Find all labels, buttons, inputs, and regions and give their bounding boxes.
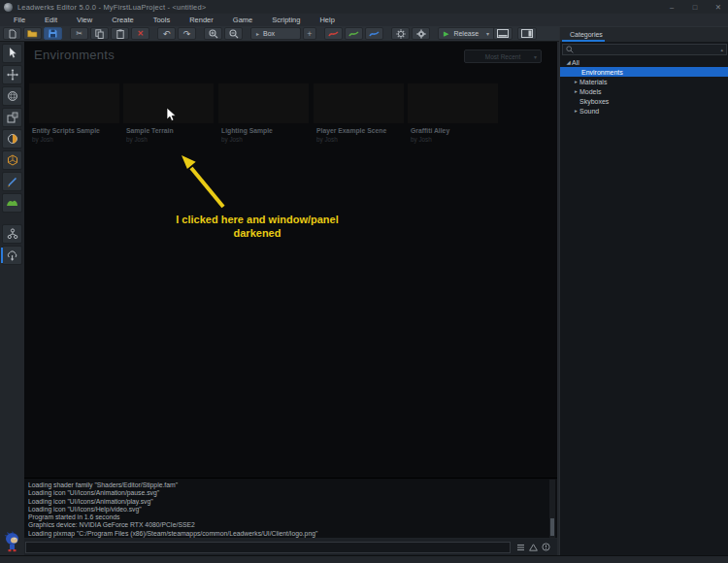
- console-scrollbar-thumb[interactable]: [550, 518, 554, 536]
- tab-active-underline: [562, 40, 605, 42]
- menu-scripting[interactable]: Scripting: [262, 16, 310, 24]
- toggle-bottom-panel-button[interactable]: [493, 27, 513, 40]
- console-line: Program started in 1.6 seconds: [28, 513, 317, 521]
- select-arrow-icon: [8, 48, 17, 59]
- delete-button[interactable]: ✕: [131, 27, 149, 40]
- menu-help[interactable]: Help: [310, 16, 344, 24]
- paint-tool-button[interactable]: [2, 172, 22, 191]
- menu-create[interactable]: Create: [102, 16, 144, 24]
- warnings-filter-icon[interactable]: [529, 544, 538, 551]
- primitive-dropdown-label: Box: [263, 30, 275, 37]
- menu-view[interactable]: View: [67, 16, 102, 24]
- user-avatar[interactable]: [4, 531, 20, 552]
- expanded-icon[interactable]: ◢: [565, 59, 572, 65]
- vertex-tool-button[interactable]: [2, 150, 22, 170]
- tree-item-sound[interactable]: ▸ Sound: [560, 106, 728, 116]
- undo-button[interactable]: ↶: [157, 27, 176, 40]
- asset-thumbnail: [218, 83, 309, 123]
- asset-card-graffiti-alley[interactable]: Graffiti Alley by Josh: [408, 83, 498, 151]
- toggle-side-panel-button[interactable]: [517, 27, 537, 40]
- tool-blue-button[interactable]: [365, 27, 383, 40]
- console-line: Loading icon "UI/Icons/Animation/play.sv…: [28, 498, 317, 506]
- dropdown-expander-icon: ▸: [256, 30, 259, 37]
- terrain-icon: [6, 198, 18, 208]
- right-panel-tabs: Categories: [560, 27, 728, 42]
- menu-game[interactable]: Game: [223, 16, 262, 24]
- asset-card-sample-terrain[interactable]: Sample Terrain by Josh: [123, 83, 214, 151]
- cut-button[interactable]: ✂: [70, 27, 88, 40]
- collapsed-icon[interactable]: ▸: [573, 88, 579, 94]
- options-button[interactable]: [412, 27, 430, 40]
- scroll-up-icon[interactable]: ▴: [720, 47, 723, 52]
- primitive-dropdown[interactable]: ▸ Box: [250, 27, 301, 40]
- new-project-button[interactable]: [3, 27, 21, 40]
- tree-item-label: Materials: [579, 79, 607, 85]
- menu-file[interactable]: File: [4, 16, 35, 24]
- tree-item-skyboxes[interactable]: Skyboxes: [560, 96, 728, 106]
- collapsed-icon[interactable]: ▸: [573, 79, 579, 84]
- menu-render[interactable]: Render: [180, 16, 223, 24]
- layout-toggles: [493, 27, 537, 40]
- build-config-dropdown[interactable]: ▶ Release ▾: [438, 27, 500, 40]
- menu-tools[interactable]: Tools: [144, 16, 181, 24]
- add-button[interactable]: +: [303, 27, 316, 40]
- settings-button[interactable]: [391, 27, 410, 40]
- paste-button[interactable]: [111, 27, 129, 40]
- rotate-sphere-icon: [7, 90, 18, 102]
- move-icon: [7, 69, 18, 81]
- face-tool-button[interactable]: [2, 129, 22, 149]
- select-tool-button[interactable]: [2, 44, 22, 63]
- redo-icon: ↷: [183, 29, 191, 39]
- open-button[interactable]: [23, 27, 42, 40]
- asset-card-player-example[interactable]: Player Example Scene by Josh: [314, 83, 404, 151]
- tree-item-all[interactable]: ◢ All: [560, 57, 728, 67]
- save-button[interactable]: [44, 27, 62, 40]
- paste-clipboard-icon: [116, 29, 124, 39]
- collapsed-icon[interactable]: ▸: [573, 108, 579, 114]
- downloads-tool-button[interactable]: [2, 246, 22, 265]
- menu-edit[interactable]: Edit: [35, 16, 67, 24]
- rotate-tool-button[interactable]: [2, 86, 22, 106]
- layout-bottom-icon: [497, 29, 509, 38]
- tree-item-models[interactable]: ▸ Models: [560, 86, 728, 96]
- browser-title: Environments: [34, 48, 115, 62]
- move-tool-button[interactable]: [2, 65, 22, 84]
- errors-filter-icon[interactable]: [542, 543, 550, 551]
- app-window: Leadwerks Editor 5.0.0 - MyFirstLuaProje…: [0, 0, 728, 563]
- search-icon: [566, 46, 574, 53]
- asset-card-entity-scripts[interactable]: Entity Scripts Sample by Josh: [29, 83, 119, 151]
- scale-tool-button[interactable]: [2, 108, 22, 127]
- sort-dropdown[interactable]: Most Recent ▾: [464, 50, 542, 63]
- close-button[interactable]: ✕: [712, 3, 724, 12]
- console-scrollbar[interactable]: [549, 480, 555, 538]
- console-line: Graphics device: NVIDIA GeForce RTX 4080…: [28, 521, 317, 529]
- hierarchy-tool-button[interactable]: [2, 224, 22, 244]
- tree-item-environments[interactable]: Environments: [560, 67, 728, 77]
- maximize-button[interactable]: □: [689, 3, 701, 12]
- asset-browser-panel: Environments Most Recent ▾ Entity Script…: [24, 42, 557, 478]
- window-controls: – □ ✕: [666, 0, 724, 14]
- annotation-line1: I clicked here and window/panel: [112, 213, 403, 226]
- console-command-input[interactable]: [25, 542, 511, 553]
- gear-outline-icon: [396, 29, 406, 39]
- tool-red-button[interactable]: [324, 27, 343, 40]
- minimize-button[interactable]: –: [666, 3, 678, 12]
- zoom-in-button[interactable]: [204, 27, 222, 40]
- tool-green-button[interactable]: [345, 27, 363, 40]
- console-log: Loading shader family "Shaders/Editor/St…: [28, 481, 317, 538]
- copy-button[interactable]: [90, 27, 109, 40]
- cloud-download-icon: [6, 250, 18, 261]
- asset-card-lighting-sample[interactable]: Lighting Sample by Josh: [218, 83, 309, 151]
- sphere-face-icon: [7, 133, 18, 145]
- log-messages-filter-icon[interactable]: [516, 544, 525, 551]
- app-logo-icon: [4, 3, 13, 12]
- zoom-out-button[interactable]: [224, 27, 243, 40]
- play-icon: ▶: [444, 30, 448, 38]
- tree-item-materials[interactable]: ▸ Materials: [560, 77, 728, 86]
- scale-icon: [7, 112, 18, 123]
- redo-button[interactable]: ↷: [178, 27, 196, 40]
- categories-search-input[interactable]: [577, 47, 720, 53]
- console-line: Loading icon "UI/Icons/Animation/pause.s…: [28, 489, 317, 497]
- delete-icon: ✕: [137, 29, 144, 38]
- terrain-tool-button[interactable]: [2, 193, 22, 213]
